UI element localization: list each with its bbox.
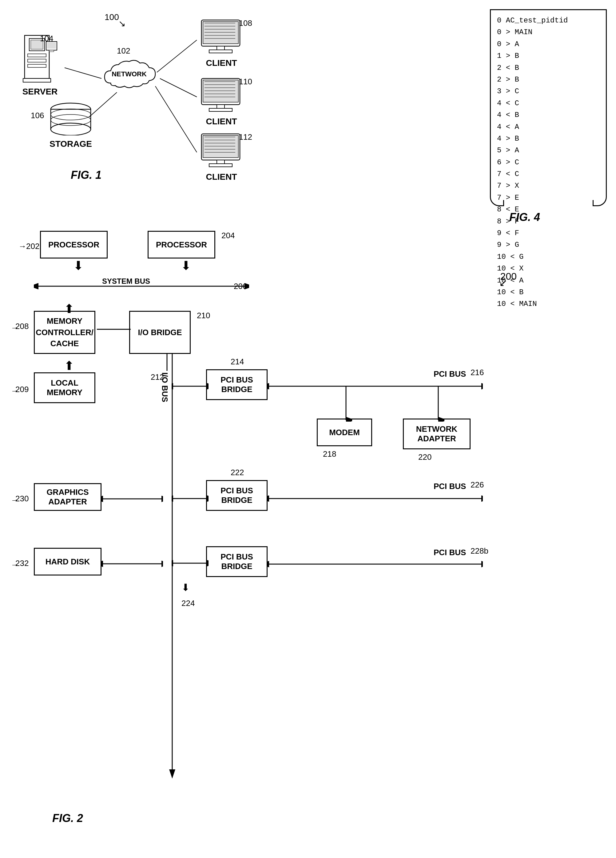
fig4-line-14: 7 > X — [497, 180, 600, 192]
memory-controller-label: MEMORYCONTROLLER/CACHE — [36, 316, 93, 349]
full-diagram: 100 ↘ 104 SERVER — [0, 0, 616, 858]
server-component: 104 SERVER — [16, 34, 65, 96]
fig2-area: 200 ↙ PROCESSOR 202 → PROCESSOR 204 ⬇ ⬇ — [9, 215, 594, 837]
system-bus-svg: SYSTEM BUS — [34, 277, 249, 295]
fig4-line-2: 0 > A — [497, 39, 600, 50]
client-2-number: 110 — [239, 77, 252, 87]
processor-1-arrow: → — [19, 242, 26, 251]
svg-rect-45 — [209, 164, 232, 167]
modem-connect — [340, 386, 352, 421]
hard-disk-arrow: → — [11, 560, 19, 570]
svg-line-49 — [160, 78, 197, 97]
memory-controller-box: MEMORYCONTROLLER/CACHE — [34, 311, 95, 354]
fig4-line-4: 2 < B — [497, 62, 600, 74]
client-1-number: 108 — [239, 19, 252, 28]
bottom-down-arrow: ⬇ — [182, 581, 190, 593]
svg-rect-24 — [217, 46, 225, 50]
mem-to-iob-connect — [95, 322, 132, 337]
processor-1-number: 202 — [26, 242, 39, 251]
local-mem-up-arrow: ⬆ — [64, 359, 74, 373]
pci-bridge-1-number: 214 — [231, 357, 244, 367]
fig4-line-7: 4 < C — [497, 98, 600, 109]
processor-2-number: 204 — [222, 231, 235, 240]
modem-box: MODEM — [317, 418, 372, 446]
proc2-down-arrow: ⬇ — [181, 258, 191, 273]
pci-bridge-2-box: PCI BUSBRIDGE — [206, 480, 268, 511]
fig1-area: 100 ↘ 104 SERVER — [9, 9, 286, 188]
processor-1-box: PROCESSOR — [40, 231, 108, 258]
client-2: 110 CLIENT — [194, 77, 249, 126]
network-component: 102 NETWORK — [95, 55, 163, 96]
pci-bus-2-label: PCI BUS — [434, 482, 466, 491]
client-3-label: CLIENT — [194, 172, 249, 182]
pci-bridge-2-label: PCI BUSBRIDGE — [220, 486, 253, 505]
svg-rect-27 — [203, 80, 238, 102]
fig4-line-3: 1 > B — [497, 50, 600, 62]
hard-disk-label: HARD DISK — [45, 557, 90, 567]
fig4-line-9: 4 < A — [497, 121, 600, 133]
processor-2-box: PROCESSOR — [147, 231, 215, 258]
modem-label: MODEM — [329, 428, 360, 437]
network-adapter-label: NETWORKADAPTER — [416, 424, 457, 443]
graphics-arrow: → — [11, 496, 19, 505]
svg-rect-35 — [209, 108, 232, 111]
svg-text:SYSTEM BUS: SYSTEM BUS — [102, 277, 150, 285]
fig1-number-100: 100 — [105, 12, 119, 22]
svg-rect-6 — [23, 78, 51, 82]
local-memory-box: LOCALMEMORY — [34, 372, 95, 403]
svg-rect-44 — [217, 160, 225, 164]
graphics-adapter-box: GRAPHICS ADAPTER — [34, 483, 101, 511]
fig4-line-11: 5 > A — [497, 145, 600, 156]
pci-bridge-2-number: 222 — [231, 468, 244, 477]
io-bridge-label: I/O BRIDGE — [138, 328, 182, 337]
pci-bridge-3-connect — [172, 555, 208, 571]
svg-rect-37 — [203, 135, 238, 158]
pci-bus-3-svg — [268, 556, 483, 572]
fig4-line-8: 4 < B — [497, 109, 600, 121]
processor-1-label: PROCESSOR — [48, 240, 99, 250]
storage-component: 106 STORAGE — [40, 101, 101, 149]
fig4-line-6: 3 > C — [497, 85, 600, 97]
network-number: 102 — [117, 46, 130, 56]
io-bridge-number: 210 — [197, 311, 210, 320]
client-3-number: 112 — [239, 132, 252, 142]
svg-marker-56 — [169, 769, 175, 779]
network-adapter-box: NETWORKADAPTER — [403, 418, 470, 449]
svg-rect-17 — [203, 22, 238, 44]
storage-icon — [46, 101, 95, 135]
graphics-adapter-label: GRAPHICS ADAPTER — [36, 488, 99, 507]
mem-ctrl-up-arrow: ⬆ — [64, 302, 74, 316]
pci-bus-1-svg — [268, 379, 483, 394]
pci-bus-3-number: 228b — [470, 546, 488, 556]
fig4-area: 0 AC_test_pidtid 0 > MAIN 0 > A 1 > B 2 … — [490, 9, 607, 206]
proc1-down-arrow: ⬇ — [73, 258, 84, 273]
bottom-number-224: 224 — [182, 598, 195, 608]
fig1-label: FIG. 1 — [71, 169, 101, 182]
hard-disk-connect — [101, 556, 163, 572]
client-2-label: CLIENT — [194, 117, 249, 126]
client-3: 112 CLIENT — [194, 132, 249, 182]
fig4-line-15: 7 > E — [497, 192, 600, 204]
pci-bus-3-label: PCI BUS — [434, 548, 466, 557]
local-mem-arrow: → — [11, 386, 19, 396]
local-memory-label: LOCALMEMORY — [47, 378, 82, 397]
svg-text:NETWORK: NETWORK — [112, 70, 147, 78]
fig4-line-5: 2 > B — [497, 74, 600, 85]
pci-bus-1-number: 216 — [470, 368, 484, 377]
fig4-line-0: 0 AC_test_pidtid — [497, 15, 600, 26]
network-adapter-connect — [432, 386, 444, 421]
fig1-arrow-100: ↘ — [118, 19, 126, 29]
network-adapter-number: 220 — [418, 452, 431, 462]
mem-ctrl-arrow: → — [11, 323, 19, 333]
fig4-line-13: 7 < C — [497, 168, 600, 180]
pci-bridge-2-connect — [172, 491, 208, 506]
network-cloud-icon: NETWORK — [98, 55, 160, 95]
iob-to-pci1-connect — [159, 354, 175, 372]
pci-bus-2-number: 226 — [470, 480, 484, 490]
pci-bridge-1-connect — [172, 379, 208, 394]
modem-number: 218 — [323, 449, 336, 459]
svg-rect-34 — [217, 105, 225, 108]
storage-label: STORAGE — [40, 139, 101, 149]
hard-disk-box: HARD DISK — [34, 548, 101, 575]
io-bridge-box: I/O BRIDGE — [129, 311, 191, 354]
